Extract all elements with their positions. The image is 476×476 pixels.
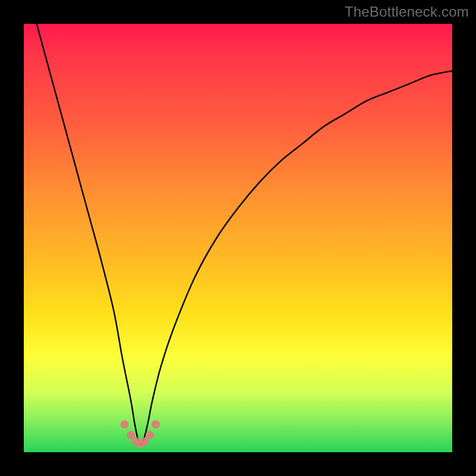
plot-area <box>24 24 452 452</box>
optimum-dot <box>146 431 154 439</box>
optimum-dot <box>120 420 129 428</box>
optimum-markers <box>120 420 160 447</box>
bottleneck-curve <box>37 24 452 444</box>
optimum-dot <box>140 437 149 446</box>
curve-layer <box>24 24 452 452</box>
watermark-text: TheBottleneck.com <box>345 4 469 20</box>
optimum-dot <box>152 420 160 428</box>
chart-frame: TheBottleneck.com <box>0 0 476 476</box>
